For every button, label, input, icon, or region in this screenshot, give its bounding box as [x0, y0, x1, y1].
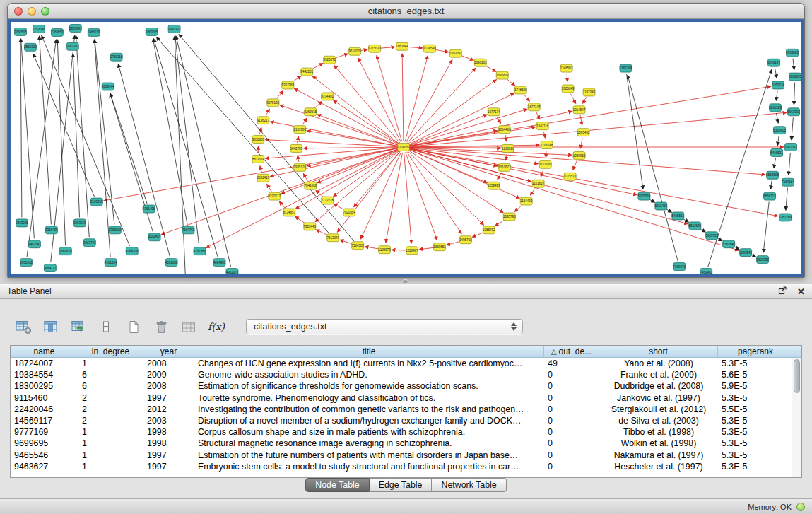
graph-node[interactable]: 5865945	[739, 249, 752, 257]
graph-node[interactable]: 1059493	[488, 182, 500, 189]
graph-node[interactable]: 8134857	[283, 209, 296, 216]
graph-node[interactable]: 9275122	[267, 99, 280, 107]
network-canvas[interactable]: 1724052186304411245401663091169616115958…	[8, 19, 804, 277]
table-cell[interactable]: 1997	[143, 462, 194, 472]
table-cell[interactable]: 18724007	[11, 358, 78, 368]
table-cell[interactable]: 1997	[143, 393, 194, 403]
graph-node[interactable]: 1124540	[423, 45, 436, 52]
graph-node[interactable]: 1069651	[433, 243, 446, 251]
close-window-icon[interactable]	[14, 7, 23, 16]
table-cell[interactable]: 9777169	[11, 427, 78, 437]
table-cell[interactable]: Jankovic et al. (1997)	[599, 393, 718, 403]
graph-node[interactable]: 1075510	[564, 173, 577, 180]
table-cell[interactable]: 5.9E-5	[718, 381, 793, 391]
graph-node[interactable]: 6363416	[773, 127, 786, 134]
graph-node[interactable]: 2960332	[168, 25, 181, 33]
graph-node[interactable]: 3760820	[109, 226, 122, 234]
table-cell[interactable]: 19384554	[11, 370, 78, 380]
tab-network-table[interactable]: Network Table	[432, 478, 506, 492]
table-cell[interactable]: 1997	[143, 450, 194, 460]
table-cell[interactable]: Stergiakouli et al. (2012)	[599, 404, 718, 414]
table-cell[interactable]: Changes of HCN gene expression and I(f) …	[194, 358, 544, 368]
graph-node[interactable]: 2363041	[69, 24, 82, 32]
graph-node[interactable]: 6666713	[763, 192, 776, 200]
column-header-in-degree[interactable]: in_degree	[78, 346, 143, 357]
graph-node[interactable]: 1724052	[397, 144, 410, 151]
table-cell[interactable]: 0	[544, 393, 599, 403]
graph-node[interactable]: 4361496	[143, 205, 155, 213]
table-cell[interactable]: Genome-wide association studies in ADHD.	[194, 370, 544, 380]
minimize-window-icon[interactable]	[28, 7, 36, 16]
table-row[interactable]: 969969511998Structural magnetic resonanc…	[11, 438, 801, 449]
graph-node[interactable]: 1197345	[583, 88, 596, 96]
graph-node[interactable]: 9520071	[323, 56, 336, 64]
table-cell[interactable]: 0	[544, 370, 599, 380]
table-cell[interactable]: 1998	[143, 438, 194, 448]
table-cell[interactable]: 2	[78, 404, 143, 414]
table-selector-dropdown[interactable]: citations_edges.txt	[246, 319, 523, 334]
table-cell[interactable]: Disruption of a novel member of a sodium…	[194, 416, 544, 426]
column-header-pagerank[interactable]: pagerank	[718, 346, 793, 357]
graph-node[interactable]: 6466521	[770, 148, 783, 156]
table-cell[interactable]: Tourette syndrome. Phenomenology and cla…	[194, 393, 544, 403]
table-row[interactable]: 1938455462009Genome-wide association stu…	[11, 369, 801, 380]
scrollbar-thumb[interactable]	[794, 359, 800, 393]
graph-node[interactable]: 7620554	[343, 209, 355, 216]
graph-node[interactable]: 1220407	[406, 247, 418, 255]
table-cell[interactable]: 5.3E-5	[718, 438, 793, 448]
graph-node[interactable]: 1108973	[378, 246, 391, 254]
table-row[interactable]: 1830029562008Estimation of significance …	[11, 380, 801, 392]
graph-node[interactable]: 3463541	[28, 240, 41, 248]
graph-node[interactable]: 1677147	[528, 103, 541, 111]
graph-node[interactable]: 3360436	[45, 226, 58, 234]
table-cell[interactable]: 18300295	[11, 381, 78, 391]
table-scrollbar[interactable]	[792, 358, 801, 477]
graph-node[interactable]: 3063144	[102, 83, 114, 90]
graph-node[interactable]: 1863044	[396, 42, 408, 50]
table-cell[interactable]: Structural magnetic resonance image aver…	[194, 438, 544, 448]
table-cell[interactable]: 5.3E-5	[718, 358, 793, 368]
column-header-title[interactable]: title	[194, 346, 544, 357]
graph-node[interactable]: 5762840	[722, 240, 735, 248]
graph-node[interactable]: 2060506	[14, 28, 27, 35]
table-cell[interactable]: 9463627	[11, 462, 78, 472]
table-cell[interactable]: Investigating the contribution of common…	[194, 404, 544, 414]
graph-node[interactable]: 7524502	[351, 242, 364, 250]
table-row[interactable]: 977716911998Corpus callosum shape and si…	[11, 426, 801, 438]
table-cell[interactable]: 49	[544, 358, 599, 368]
graph-node[interactable]: 1161627	[532, 180, 545, 187]
graph-node[interactable]: 3560628	[59, 247, 72, 255]
table-cell[interactable]: 2009	[143, 370, 194, 380]
graph-node[interactable]: 1216020	[502, 145, 514, 153]
table-cell[interactable]: de Silva et al. (2003)	[599, 416, 718, 426]
table-cell[interactable]: Yano et al. (2008)	[599, 358, 718, 368]
table-cell[interactable]: 9465546	[11, 450, 78, 460]
table-cell[interactable]: 1	[78, 462, 143, 472]
table-cell[interactable]: 0	[544, 427, 599, 437]
table-cell[interactable]: 2003	[143, 416, 194, 426]
memory-ok-led-icon[interactable]	[796, 503, 805, 511]
graph-node[interactable]: 7067097	[784, 144, 797, 151]
graph-node[interactable]: 3160250	[90, 198, 103, 206]
graph-node[interactable]: 1748508	[514, 86, 527, 94]
table-cell[interactable]: 5.3E-5	[718, 427, 793, 437]
table-cell[interactable]: 9115460	[11, 393, 78, 403]
column-header-short[interactable]: short	[599, 346, 718, 357]
table-cell[interactable]: 1	[78, 450, 143, 460]
graph-node[interactable]: 1121060	[539, 160, 552, 168]
table-cell[interactable]: 5.3E-5	[718, 393, 793, 403]
import-table-icon[interactable]	[69, 317, 88, 336]
graph-node[interactable]: 7267289	[779, 214, 792, 221]
graph-node[interactable]: 4161204	[105, 259, 117, 267]
table-cell[interactable]: Dudbridge et al. (2008)	[599, 381, 718, 391]
graph-node[interactable]: 1095798	[503, 213, 516, 221]
graph-node[interactable]: 1064466	[498, 126, 511, 134]
graph-node[interactable]: 7903445	[304, 223, 317, 230]
delete-column-icon[interactable]	[152, 317, 170, 336]
graph-node[interactable]: 1106748	[541, 141, 553, 149]
graph-node[interactable]: 4064117	[44, 264, 57, 272]
table-cell[interactable]: 2	[78, 416, 143, 426]
window-titlebar[interactable]: citations_edges.txt	[8, 4, 804, 19]
graph-node[interactable]: 1077174	[488, 108, 500, 116]
table-cell[interactable]: 6	[78, 370, 143, 380]
